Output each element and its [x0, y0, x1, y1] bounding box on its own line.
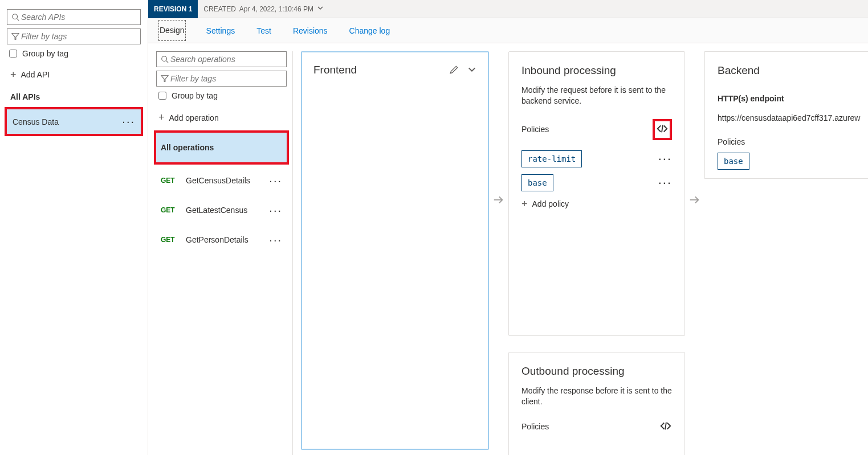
filter-icon — [11, 32, 20, 41]
backend-endpoint-url: https://censusdataapi6ed7cff317.azurew — [718, 113, 863, 122]
plus-icon: + — [158, 112, 165, 124]
svg-line-7 — [662, 125, 663, 132]
backend-policies-label: Policies — [718, 137, 863, 146]
add-operation-label: Add operation — [169, 113, 219, 122]
inbound-description: Modify the request before it is sent to … — [521, 85, 672, 106]
revision-created-label: CREATED — [203, 5, 235, 13]
add-policy-label: Add policy — [532, 199, 569, 208]
group-by-tag-label: Group by tag — [22, 49, 68, 58]
filter-apis-input[interactable] — [20, 31, 137, 42]
svg-marker-2 — [12, 34, 19, 40]
ops-group-by-tag-checkbox[interactable] — [158, 92, 166, 100]
operation-item[interactable]: GET GetLatestCensus ··· — [156, 195, 287, 225]
main-area: REVISION 1 CREATED Apr 4, 2022, 1:10:46 … — [148, 0, 868, 455]
filter-operations-box[interactable] — [156, 71, 287, 87]
arrow-frontend-to-inbound — [489, 51, 508, 206]
tab-bar: Design Settings Test Revisions Change lo… — [148, 18, 868, 43]
chevron-down-icon[interactable] — [467, 65, 476, 76]
frontend-title: Frontend — [313, 64, 357, 76]
plus-icon: + — [10, 69, 17, 80]
tab-test[interactable]: Test — [255, 21, 272, 41]
outbound-processing-card: Outbound processing Modify the response … — [508, 352, 685, 455]
search-operations-box[interactable] — [156, 51, 287, 67]
frontend-header: Frontend — [302, 52, 488, 88]
add-api-label: Add API — [21, 70, 50, 79]
operation-name: GetLatestCensus — [186, 206, 282, 215]
search-icon — [11, 13, 20, 22]
inbound-processing-card: Inbound processing Modify the request be… — [508, 51, 685, 336]
group-by-tag-row[interactable]: Group by tag — [7, 48, 141, 59]
search-icon — [160, 55, 169, 64]
search-apis-box[interactable] — [7, 9, 141, 25]
api-item-label: Census Data — [13, 117, 59, 126]
edit-icon[interactable] — [449, 64, 459, 76]
design-body: Group by tag + Add operation All operati… — [148, 43, 868, 455]
revision-meta[interactable]: CREATED Apr 4, 2022, 1:10:46 PM — [198, 5, 329, 13]
group-by-tag-checkbox[interactable] — [9, 50, 17, 58]
outbound-description: Modify the response before it is sent to… — [521, 386, 672, 407]
operation-name: GetCensusDetails — [186, 176, 282, 185]
revision-created-value: Apr 4, 2022, 1:10:46 PM — [239, 5, 313, 13]
code-editor-icon[interactable] — [659, 420, 672, 434]
api-item-menu-icon[interactable]: ··· — [122, 115, 135, 128]
backend-title: Backend — [718, 64, 863, 77]
svg-marker-5 — [161, 76, 168, 82]
pipeline-area: Frontend Inbound processing — [293, 51, 868, 455]
svg-line-4 — [166, 61, 169, 63]
revision-badge[interactable]: REVISION 1 — [148, 0, 198, 18]
tab-changelog[interactable]: Change log — [348, 21, 392, 41]
inbound-policies-label: Policies — [521, 125, 549, 134]
tab-settings[interactable]: Settings — [205, 21, 237, 41]
operation-item[interactable]: GET GetCensusDetails ··· — [156, 166, 287, 195]
filter-apis-box[interactable] — [7, 28, 141, 44]
highlight-box-operations: All operations — [154, 130, 289, 165]
search-operations-input[interactable] — [169, 54, 283, 64]
operation-method: GET — [161, 177, 178, 185]
operation-all-operations[interactable]: All operations — [156, 133, 287, 162]
tab-revisions[interactable]: Revisions — [292, 21, 329, 41]
arrow-inbound-to-backend — [685, 51, 704, 206]
plus-icon: + — [521, 198, 528, 210]
inbound-title: Inbound processing — [521, 64, 672, 77]
add-operation-button[interactable]: + Add operation — [158, 112, 284, 124]
policy-chip-base[interactable]: base — [718, 153, 749, 170]
operation-method: GET — [161, 206, 178, 214]
filter-operations-input[interactable] — [169, 73, 283, 84]
outbound-title: Outbound processing — [521, 365, 672, 378]
policy-menu-icon[interactable]: ··· — [658, 179, 672, 186]
operation-menu-icon[interactable]: ··· — [269, 174, 282, 187]
policy-chip-rate-limit[interactable]: rate-limit — [521, 150, 582, 167]
highlight-box-api: Census Data ··· — [5, 107, 143, 136]
svg-point-3 — [162, 56, 167, 62]
frontend-card: Frontend — [301, 51, 489, 450]
revision-bar: REVISION 1 CREATED Apr 4, 2022, 1:10:46 … — [148, 0, 868, 18]
highlight-box-code-editor — [653, 119, 672, 140]
tab-design[interactable]: Design — [158, 20, 186, 41]
all-apis-heading[interactable]: All APIs — [10, 92, 137, 101]
filter-icon — [160, 74, 169, 83]
api-sidebar: Group by tag + Add API All APIs Census D… — [0, 0, 148, 455]
operation-name: GetPersonDetails — [186, 235, 282, 244]
operations-panel: Group by tag + Add operation All operati… — [156, 51, 293, 455]
chevron-down-icon — [317, 5, 324, 13]
ops-group-by-tag-label: Group by tag — [172, 91, 218, 100]
svg-point-0 — [13, 14, 18, 19]
code-editor-icon[interactable] — [656, 128, 669, 137]
policy-chip-base[interactable]: base — [521, 174, 553, 191]
operation-item[interactable]: GET GetPersonDetails ··· — [156, 225, 287, 255]
ops-group-by-tag-row[interactable]: Group by tag — [156, 90, 287, 101]
add-policy-button[interactable]: + Add policy — [521, 198, 672, 210]
api-item-census-data[interactable]: Census Data ··· — [7, 109, 141, 134]
policy-menu-icon[interactable]: ··· — [658, 155, 672, 162]
backend-card: Backend HTTP(s) endpoint https://censusd… — [704, 51, 868, 179]
svg-line-8 — [665, 422, 666, 429]
operation-method: GET — [161, 236, 178, 244]
search-apis-input[interactable] — [20, 12, 137, 22]
svg-line-1 — [17, 19, 19, 21]
all-operations-label: All operations — [161, 143, 282, 152]
operation-menu-icon[interactable]: ··· — [269, 204, 282, 217]
add-api-button[interactable]: + Add API — [10, 69, 137, 80]
operation-menu-icon[interactable]: ··· — [269, 233, 282, 247]
backend-endpoint-label: HTTP(s) endpoint — [718, 94, 863, 103]
processing-column: Inbound processing Modify the request be… — [508, 51, 685, 455]
